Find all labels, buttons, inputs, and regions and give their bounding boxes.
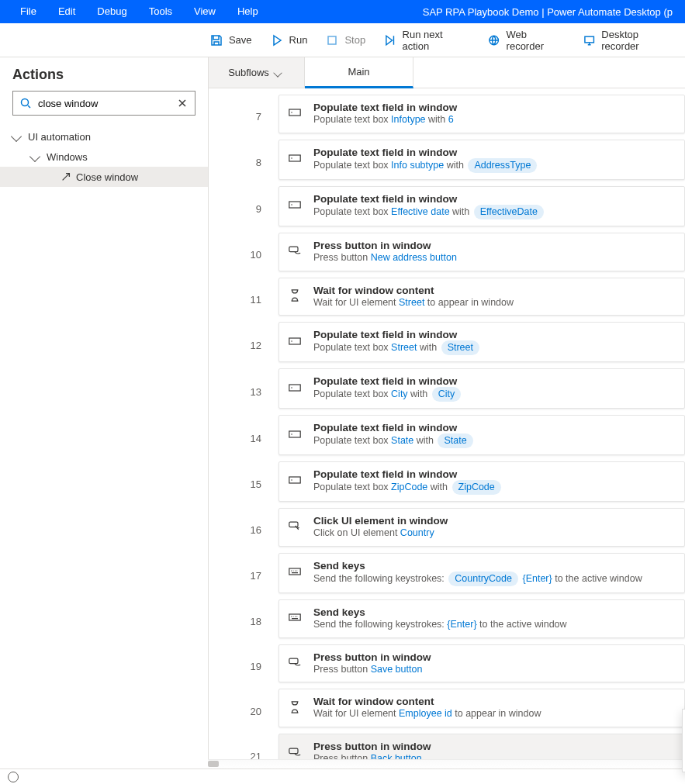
step-card[interactable]: Press button in windowPress button Save … [278,644,685,683]
actions-heading: Actions [12,67,195,83]
step-card[interactable]: Wait for window contentWait for UI eleme… [278,278,685,316]
title-bar: File Edit Debug Tools View Help SAP RPA … [0,0,685,23]
flow-step[interactable]: 12Populate text field in windowPopulate … [209,322,685,368]
flow-splitter[interactable] [208,759,685,768]
tree-label: Windows [47,151,88,163]
menu-debug[interactable]: Debug [86,0,137,23]
save-button[interactable]: Save [201,34,261,47]
svg-rect-13 [289,568,300,575]
actions-search[interactable] [12,91,195,116]
step-number: 8 [209,140,278,186]
textbox-icon [289,106,303,121]
step-card[interactable]: Press button in windowPress button New a… [278,233,685,271]
tab-strip: Subflows Main [209,57,685,88]
step-card[interactable]: Send keysSend the following keystrokes: … [278,599,685,638]
menu-tools[interactable]: Tools [138,0,183,23]
step-description: Press button Save button [313,663,431,676]
flow-step[interactable]: 16Click UI element in windowClick on UI … [209,508,685,553]
step-title: Populate text field in window [313,468,503,480]
run-next-button[interactable]: Run next action [375,29,479,52]
step-card[interactable]: Populate text field in windowPopulate te… [278,322,685,362]
svg-rect-6 [289,202,300,208]
step-title: Populate text field in window [313,329,481,340]
tab-main-label: Main [348,66,369,78]
flow-step[interactable]: 11Wait for window contentWait for UI ele… [209,278,685,323]
step-card[interactable]: Populate text field in windowPopulate te… [278,368,685,409]
step-description: Populate text box Info subtype with Addr… [313,158,538,173]
step-description: Populate text box State with State [313,433,475,448]
menu-view[interactable]: View [183,0,227,23]
close-window-icon [61,171,71,182]
step-description: Populate text box City with City [313,387,462,402]
step-number: 15 [209,461,278,508]
step-list[interactable]: 7Populate text field in windowPopulate t… [209,88,685,768]
step-card[interactable]: Populate text field in windowPopulate te… [278,415,685,455]
press-icon [289,244,303,259]
wait-icon [289,701,303,716]
menu-file[interactable]: File [9,0,47,23]
subflows-dropdown[interactable]: Subflows [209,57,305,88]
status-icon[interactable] [8,772,19,782]
step-title: Populate text field in window [313,102,457,113]
actions-search-input[interactable] [36,97,171,110]
flow-area: 7Populate text field in windowPopulate t… [209,88,685,768]
step-number: 20 [209,689,278,734]
clear-icon[interactable] [176,97,189,109]
flow-step[interactable]: 20Wait for window contentWait for UI ele… [209,689,685,734]
flow-step[interactable]: 10Press button in windowPress button New… [209,233,685,278]
step-card[interactable]: Wait for window contentWait for UI eleme… [278,689,685,727]
flow-step[interactable]: 18Send keysSend the following keystrokes… [209,599,685,644]
desktop-recorder-button[interactable]: Desktop recorder [574,29,685,52]
stop-icon [326,34,338,47]
svg-rect-7 [289,247,298,251]
svg-rect-8 [289,338,300,344]
step-card[interactable]: Populate text field in windowPopulate te… [278,140,685,180]
step-description: Send the following keystrokes: {Enter} t… [313,618,567,631]
flow-step[interactable]: 17Send keysSend the following keystrokes… [209,553,685,599]
run-next-label: Run next action [403,29,470,52]
step-title: Populate text field in window [313,375,462,387]
flow-step[interactable]: 7Populate text field in windowPopulate t… [209,95,685,140]
step-icon [384,34,396,47]
flow-step[interactable]: 13Populate text field in windowPopulate … [209,368,685,415]
step-card[interactable]: Populate text field in windowPopulate te… [278,186,685,226]
tree-close-window[interactable]: Close window [0,167,208,187]
svg-rect-4 [289,109,300,116]
step-card[interactable]: Send keysSend the following keystrokes: … [278,553,685,593]
step-number: 18 [209,599,278,644]
menu-help[interactable]: Help [227,0,269,23]
web-recorder-button[interactable]: Web recorder [479,29,574,52]
wait-icon [289,289,303,304]
play-icon [271,34,283,47]
step-description: Populate text box Effective date with Ef… [313,205,545,219]
svg-rect-11 [289,477,300,483]
step-number: 10 [209,233,278,278]
tab-main[interactable]: Main [305,57,413,88]
flow-step[interactable]: 19Press button in windowPress button Sav… [209,644,685,689]
splitter-handle[interactable] [208,761,219,767]
window-title: SAP RPA Playbook Demo | Power Automate D… [423,6,676,18]
step-description: Wait for UI element Street to appear in … [313,296,514,309]
flow-step[interactable]: 8Populate text field in windowPopulate t… [209,140,685,186]
step-title: Send keys [313,560,642,572]
step-card[interactable]: Populate text field in windowPopulate te… [278,461,685,502]
step-description: Wait for UI element Employee id to appea… [313,707,541,720]
step-card[interactable]: Populate text field in windowPopulate te… [278,95,685,133]
monitor-icon [583,34,595,47]
svg-rect-16 [289,748,298,753]
run-button[interactable]: Run [261,34,317,47]
flow-step[interactable]: 9Populate text field in windowPopulate t… [209,186,685,233]
tree-label: Close window [76,171,138,183]
svg-rect-0 [328,36,336,44]
toolbar: Save Run Stop Run next action Web record… [0,23,685,57]
save-icon [210,34,223,47]
flow-designer: Subflows Main 7Populate text field in wi… [209,57,685,768]
tree-ui-automation[interactable]: UI automation [0,126,208,147]
step-card[interactable]: Click UI element in windowClick on UI el… [278,508,685,547]
drag-insert-tooltip: Close window Close window [682,709,685,772]
flow-step[interactable]: 15Populate text field in windowPopulate … [209,461,685,508]
keys-icon [289,565,303,580]
tree-windows[interactable]: Windows [0,147,208,167]
menu-edit[interactable]: Edit [47,0,86,23]
flow-step[interactable]: 14Populate text field in windowPopulate … [209,415,685,461]
